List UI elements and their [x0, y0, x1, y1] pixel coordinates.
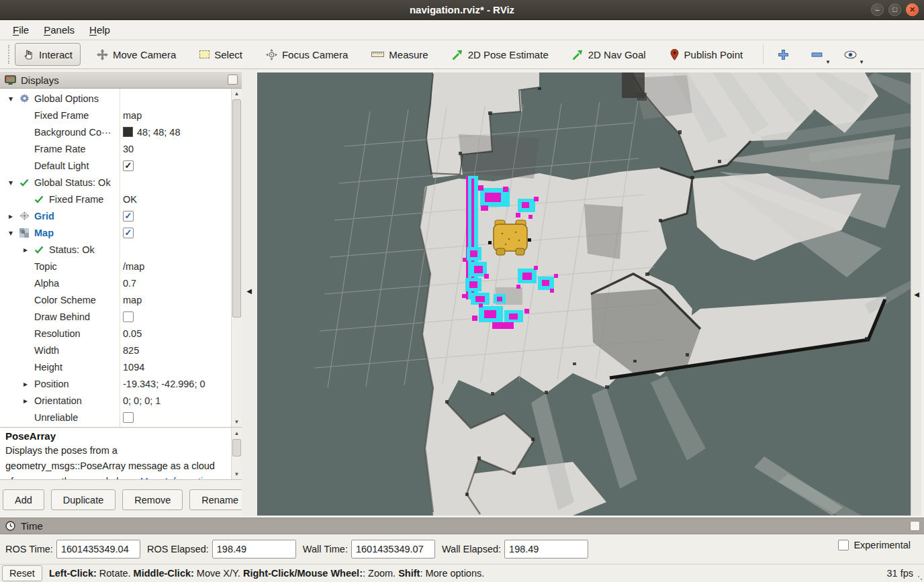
tree-row-fixed-frame[interactable]: Fixed Framemap — [0, 107, 230, 124]
menu-item-panels[interactable]: Panels — [38, 22, 81, 38]
tree-row-fixed-frame[interactable]: Fixed FrameOK — [0, 191, 230, 207]
time-panel-title: Time — [21, 520, 43, 532]
time-panel-header[interactable]: Time — [0, 518, 924, 534]
experimental-checkbox[interactable] — [838, 540, 849, 550]
tool-interact[interactable]: Interact — [15, 43, 81, 66]
tree-row-width[interactable]: Width825 — [0, 342, 230, 358]
tree-row-value: 30 — [123, 144, 134, 154]
tree-scrollbar[interactable]: ▲ ▼ — [231, 89, 242, 427]
tree-row-grid[interactable]: ▸Grid✓ — [0, 207, 230, 224]
tree-row-height[interactable]: Height1094 — [0, 358, 230, 375]
checkbox[interactable] — [123, 412, 134, 423]
panel-splitter[interactable]: ◀ — [242, 69, 257, 516]
reset-button[interactable]: Reset — [2, 565, 42, 581]
duplicate-button[interactable]: Duplicate — [51, 489, 116, 510]
description-line: Displays the poses from a — [5, 443, 227, 458]
time-field-input-wall-time[interactable] — [351, 540, 435, 559]
tool-move-camera[interactable]: Move Camera — [89, 43, 183, 66]
views-panel-collapsed[interactable]: ◀ — [911, 72, 921, 516]
scroll-down-icon[interactable]: ▼ — [232, 417, 242, 427]
tree-row-position[interactable]: ▸Position-19.343; -42.996; 0 — [0, 375, 230, 392]
tree-row-status-ok[interactable]: ▸Status: Ok — [0, 241, 230, 258]
dropdown-arrow-icon[interactable]: ▾ — [827, 58, 830, 65]
displays-panel-undock-button[interactable] — [228, 75, 238, 85]
scroll-up-icon[interactable]: ▲ — [232, 428, 242, 438]
maximize-button[interactable]: □ — [888, 3, 901, 16]
scroll-down-icon[interactable]: ▼ — [232, 469, 242, 479]
tree-row-global-status-ok[interactable]: ▾Global Status: Ok — [0, 174, 230, 191]
remove-tool-button[interactable]: ▾ — [806, 43, 827, 66]
tree-row-label: Global Status: Ok — [34, 177, 111, 188]
tree-row-orientation[interactable]: ▸Orientation0; 0; 0; 1 — [0, 392, 230, 409]
expander-open-icon[interactable]: ▾ — [5, 94, 16, 103]
expander-closed-icon[interactable]: ▸ — [20, 245, 31, 254]
tree-row-label: Resolution — [34, 328, 81, 339]
title-bar[interactable]: navigation.rviz* - RViz – □ ✕ — [0, 0, 924, 20]
tree-row-label: Height — [34, 362, 62, 373]
tool-2d-pose-estimate[interactable]: 2D Pose Estimate — [445, 43, 556, 66]
time-field-input-wall-elapsed[interactable] — [504, 540, 588, 559]
checkbox[interactable] — [123, 311, 134, 322]
tree-row-global-options[interactable]: ▾Global Options — [0, 90, 230, 107]
toolbar-grip-handle[interactable] — [8, 45, 11, 64]
collapse-left-icon[interactable]: ◀ — [244, 285, 254, 297]
focus-crosshair-icon — [266, 49, 277, 60]
tree-row-draw-behind[interactable]: Draw Behind — [0, 308, 230, 325]
expander-closed-icon[interactable]: ▸ — [20, 379, 31, 389]
publish-point-pin-icon — [669, 49, 680, 60]
tool-visibility-button[interactable]: ▾ — [840, 43, 860, 66]
tool-select[interactable]: Select — [192, 43, 250, 66]
tree-row-topic[interactable]: Topic/map — [0, 258, 230, 275]
dropdown-arrow-icon[interactable]: ▾ — [860, 58, 864, 65]
tree-row-label: Frame Rate — [34, 144, 86, 154]
time-field-input-ros-elapsed[interactable] — [212, 540, 296, 559]
map-scene — [257, 72, 911, 516]
tree-row-default-light[interactable]: Default Light✓ — [0, 157, 230, 174]
tool-publish-point[interactable]: Publish Point — [662, 43, 751, 66]
tree-row-label: Grid — [34, 211, 54, 222]
tree-scrollbar-thumb[interactable] — [232, 99, 241, 318]
description-scrollbar-thumb[interactable] — [232, 439, 241, 456]
tree-row-alpha[interactable]: Alpha0.7 — [0, 275, 230, 291]
tool-2d-nav-goal[interactable]: 2D Nav Goal — [565, 43, 653, 66]
displays-panel-header[interactable]: Displays — [0, 72, 242, 89]
expander-closed-icon[interactable]: ▸ — [5, 211, 16, 221]
displays-monitor-icon — [5, 75, 16, 85]
expander-open-icon[interactable]: ▾ — [5, 228, 16, 238]
scroll-up-icon[interactable]: ▲ — [232, 89, 242, 99]
clock-icon — [5, 521, 15, 531]
tree-row-label: Status: Ok — [49, 244, 95, 255]
tree-row-frame-rate[interactable]: Frame Rate30 — [0, 140, 230, 157]
more-information-link[interactable]: More Information. — [140, 476, 217, 480]
description-scrollbar[interactable]: ▲ ▼ — [231, 428, 242, 479]
remove-button[interactable]: Remove — [122, 489, 183, 510]
minimize-button[interactable]: – — [871, 3, 884, 16]
tree-row-map[interactable]: ▾Map✓ — [0, 224, 230, 241]
rviz-window: navigation.rviz* - RViz – □ ✕ FilePanels… — [0, 0, 924, 582]
expander-closed-icon[interactable]: ▸ — [20, 396, 31, 405]
checkbox[interactable]: ✓ — [123, 211, 134, 222]
resize-grip[interactable] — [917, 575, 923, 581]
tool-measure[interactable]: Measure — [364, 43, 435, 66]
time-field-input-ros-time[interactable] — [56, 540, 140, 559]
description-line-clipped: of arrows on the ground plane. More Info… — [5, 474, 227, 480]
collapse-right-icon[interactable]: ◀ — [912, 289, 921, 301]
tree-row-background-co[interactable]: Background Co···48; 48; 48 — [0, 124, 230, 140]
render-viewport-3d[interactable] — [257, 72, 911, 516]
tool-focus-camera[interactable]: Focus Camera — [259, 43, 355, 66]
checkbox[interactable]: ✓ — [123, 160, 134, 171]
tree-row-label: Default Light — [34, 160, 89, 171]
close-button[interactable]: ✕ — [906, 3, 919, 16]
tree-row-resolution[interactable]: Resolution0.05 — [0, 325, 230, 342]
add-tool-button[interactable] — [773, 43, 793, 66]
add-button[interactable]: Add — [3, 489, 44, 510]
tree-row-value: -19.343; -42.996; 0 — [123, 379, 205, 389]
tree-row-color-scheme[interactable]: Color Schememap — [0, 291, 230, 308]
expander-open-icon[interactable]: ▾ — [5, 178, 16, 187]
checkbox[interactable]: ✓ — [123, 228, 134, 238]
tree-row-unreliable[interactable]: Unreliable — [0, 409, 230, 426]
menu-item-file[interactable]: File — [7, 22, 35, 38]
tree-row-label: Color Scheme — [34, 295, 96, 305]
time-panel-undock-button[interactable] — [910, 521, 920, 531]
menu-item-help[interactable]: Help — [83, 22, 116, 38]
